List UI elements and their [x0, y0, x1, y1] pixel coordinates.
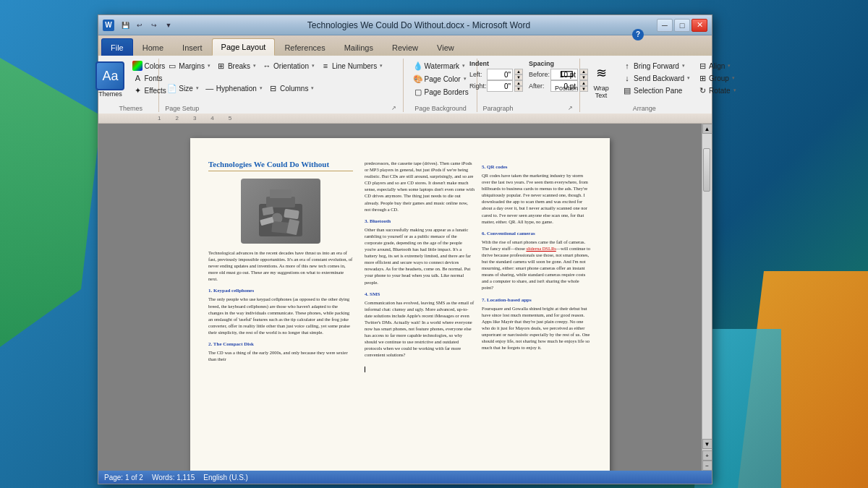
status-words: Words: 1,115 [152, 474, 195, 481]
doc-title: Technologies We Could Do Without [208, 160, 353, 171]
tab-file[interactable]: File [101, 38, 133, 56]
send-backward-label: Send Backward [634, 74, 684, 82]
orientation-button[interactable]: ↔ Orientation▾ [260, 60, 317, 72]
doc-section-4-title: 4. SMS [365, 291, 475, 297]
undo-quick-btn[interactable]: ↩ [133, 19, 146, 32]
themes-icon: Aa [95, 61, 124, 90]
page-color-button[interactable]: 🎨 Page Color▾ [411, 73, 469, 85]
indent-left-input[interactable] [487, 69, 513, 80]
doc-col-right: 5. QR codes QR codes have taken the mark… [482, 160, 592, 372]
zoom-in-button[interactable]: + [702, 450, 712, 461]
title-bar: W 💾 ↩ ↪ ▼ Technologies We Could Do Witho… [98, 15, 712, 35]
status-page: Page: 1 of 2 [104, 474, 143, 481]
scroll-down-button[interactable]: ▼ [702, 439, 712, 449]
rotate-button[interactable]: ↻ Rotate▾ [695, 85, 738, 96]
doc-section-2-continuation: predecessors, the cassette tape (drives)… [365, 160, 475, 213]
position-button[interactable]: ▭ Position [550, 60, 582, 93]
group-label: Group [709, 74, 729, 82]
columns-icon: ⊟ [268, 83, 278, 93]
align-icon: ⊟ [697, 61, 707, 71]
group-button[interactable]: ⊞ Group▾ [695, 72, 738, 84]
wrap-text-button[interactable]: ≋ WrapText [585, 60, 617, 100]
doc-section-7-title: 7. Location-based apps [482, 297, 592, 303]
margins-icon: ▭ [167, 61, 177, 71]
themes-button[interactable]: Aa Themes [93, 60, 127, 99]
indent-right-down[interactable]: ▼ [514, 86, 523, 92]
status-words-text: Words: 1,115 [152, 474, 195, 481]
document-area: Technologies We Could Do Without [98, 124, 712, 471]
paragraph-expand[interactable]: ↗ [566, 105, 575, 111]
page-background-content: 💧 Watermark▾ 🎨 Page Color▾ ▢ Page Border… [411, 59, 471, 103]
tab-home[interactable]: Home [133, 38, 173, 56]
columns-button[interactable]: ⊟ Columns▾ [266, 82, 316, 94]
spacing-after-label: After: [529, 82, 549, 90]
doc-section-6-text: With the rise of smart phones came the f… [482, 239, 592, 291]
desktop-decoration-left [0, 58, 101, 347]
doc-col-left: predecessors, the cassette tape (drives)… [365, 160, 475, 372]
watermark-label: Watermark [425, 62, 460, 70]
tab-page-layout[interactable]: Page Layout [212, 38, 276, 56]
doc-section-1-title: 1. Keypad cellphones [208, 288, 353, 294]
tab-insert[interactable]: Insert [173, 38, 212, 56]
scrollbar-thumb[interactable] [703, 148, 710, 192]
bring-forward-label: Bring Forward [634, 62, 679, 70]
close-button[interactable]: ✕ [692, 19, 707, 32]
status-language-text: English (U.S.) [203, 474, 248, 481]
tab-mailings[interactable]: Mailings [335, 38, 383, 56]
page-borders-button[interactable]: ▢ Page Borders [411, 86, 471, 98]
indent-right-arrows: ▲ ▼ [514, 80, 523, 92]
svg-rect-1 [266, 197, 295, 207]
ribbon-group-arrange: ▭ Position ≋ WrapText ↑ Bring Forward▾ [582, 59, 707, 112]
paragraph-group-label: Paragraph [483, 103, 514, 112]
customize-quick-btn[interactable]: ▼ [162, 19, 175, 32]
zoom-out-button[interactable]: − [702, 461, 712, 471]
save-quick-btn[interactable]: 💾 [119, 19, 132, 32]
margins-button[interactable]: ▭ Margins▾ [165, 60, 213, 72]
page-container[interactable]: Technologies We Could Do Without [98, 124, 702, 471]
indent-left-label: Left: [469, 71, 485, 78]
doc-right-column: predecessors, the cassette tape (drives)… [365, 160, 592, 471]
size-button[interactable]: 📄 Size▾ [165, 82, 200, 94]
tab-references[interactable]: References [275, 38, 334, 56]
ribbon-tabs: File Home Insert Page Layout References … [98, 35, 712, 56]
breaks-button[interactable]: ⊞ Breaks▾ [214, 60, 258, 72]
maximize-button[interactable]: □ [674, 19, 690, 32]
indent-section: Indent Left: ▲ ▼ Right: [469, 60, 523, 92]
page-borders-label: Page Borders [425, 88, 469, 96]
bring-forward-button[interactable]: ↑ Bring Forward▾ [620, 60, 692, 72]
fonts-label: Fonts [144, 74, 162, 82]
scroll-up-button[interactable]: ▲ [702, 124, 712, 134]
themes-label: Themes [98, 90, 122, 98]
tab-review[interactable]: Review [383, 38, 427, 56]
fonts-icon: A [132, 73, 142, 83]
window-controls: ─ □ ✕ [657, 19, 707, 32]
indent-left-up[interactable]: ▲ [514, 69, 523, 74]
wrap-text-icon: ≋ [590, 61, 613, 85]
arrange-sub-buttons2: ⊟ Align▾ ⊞ Group▾ ↻ Rotate▾ [695, 60, 738, 96]
page-color-label: Page Color [425, 75, 461, 83]
watermark-button[interactable]: 💧 Watermark▾ [411, 60, 468, 72]
line-numbers-button[interactable]: ≡ Line Numbers▾ [318, 60, 385, 72]
send-backward-button[interactable]: ↓ Send Backward▾ [620, 72, 692, 84]
indent-right-up[interactable]: ▲ [514, 80, 523, 86]
ruler: 12345 [98, 114, 712, 124]
ribbon-content: Aa Themes Colors A Fonts ✦ [98, 56, 712, 114]
align-button[interactable]: ⊟ Align▾ [695, 60, 738, 72]
indent-right-input[interactable] [487, 80, 513, 92]
hyphenation-label: Hyphenation [216, 85, 257, 93]
minimize-button[interactable]: ─ [657, 19, 673, 32]
doc-left-column: Technologies We Could Do Without [208, 160, 353, 471]
orientation-label: Orientation [273, 62, 309, 70]
indent-label: Indent [469, 60, 523, 67]
hyphenation-button[interactable]: — Hyphenation▾ [203, 82, 265, 94]
breaks-icon: ⊞ [216, 61, 226, 71]
size-label: Size [179, 85, 192, 93]
page-setup-expand[interactable]: ↗ [390, 105, 399, 111]
tab-view[interactable]: View [427, 38, 464, 56]
selection-pane-icon: ▤ [622, 85, 632, 95]
redo-quick-btn[interactable]: ↪ [148, 19, 161, 32]
indent-left-down[interactable]: ▼ [514, 74, 523, 80]
doc-section-4-text: Communication has evolved, leaving SMS a… [365, 299, 475, 359]
help-button[interactable]: ? [632, 29, 644, 40]
selection-pane-button[interactable]: ▤ Selection Pane [620, 85, 692, 96]
